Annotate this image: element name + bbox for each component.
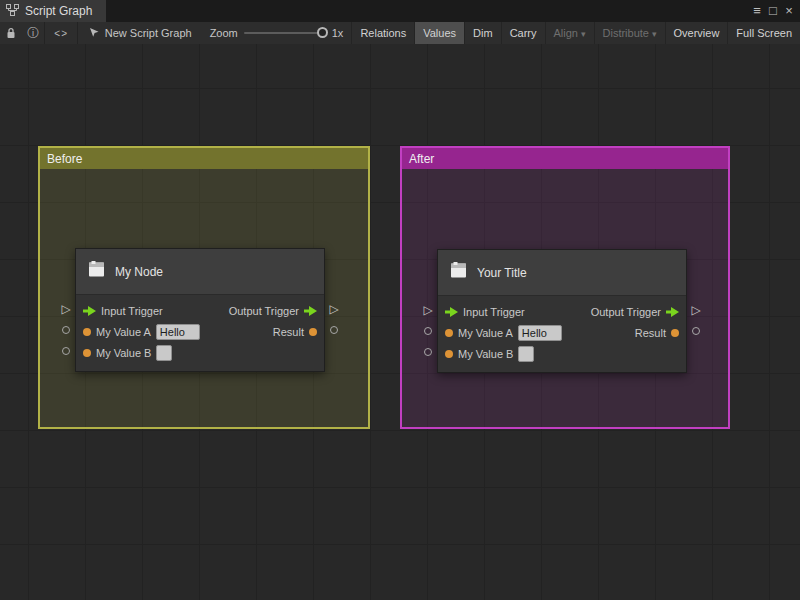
value-b-input[interactable] [518,346,534,362]
tab-script-graph[interactable]: Script Graph [0,0,106,22]
code-icon: <> [54,28,68,39]
value-b-row: My Value B [76,342,324,363]
node-your-title: ▷ Your Title [419,249,705,373]
external-output-ports: ▷ [687,249,705,373]
value-in-port[interactable] [445,329,453,337]
trigger-out-port[interactable] [304,306,317,316]
value-b-row: My Value B [438,343,686,364]
chevron-down-icon: ▾ [652,29,657,39]
node-body: Input Trigger Output Trigger My Valu [438,296,686,372]
port-label: My Value A [458,327,513,339]
value-in-port[interactable] [83,328,91,336]
value-ext-port[interactable] [424,348,432,356]
distribute-button[interactable]: Distribute ▾ [594,22,665,44]
align-button[interactable]: Align ▾ [545,22,594,44]
external-output-ports: ▷ [325,248,343,372]
value-a-input[interactable] [518,325,562,341]
port-label: My Value B [458,348,513,360]
dim-button[interactable]: Dim [464,22,501,44]
port-label: Result [635,327,666,339]
maximize-icon[interactable]: □ [765,0,781,22]
port-label: Input Trigger [101,305,163,317]
zoom-slider[interactable] [244,32,326,34]
value-a-row: My Value A Result [76,321,324,342]
trigger-in-port[interactable] [83,306,96,316]
value-out-port[interactable] [309,328,317,336]
node-title: My Node [115,265,163,279]
port-label: Output Trigger [591,306,661,318]
zoom-label: Zoom [210,27,238,39]
value-ext-port[interactable] [692,327,700,335]
trigger-ext-port[interactable]: ▷ [61,303,70,315]
chevron-down-icon: ▾ [581,29,586,39]
menu-icon[interactable]: ≡ [749,0,765,22]
zoom-value: 1x [332,27,344,39]
value-b-input[interactable] [156,345,172,361]
zoom-control: Zoom 1x [202,27,352,39]
lock-icon [5,27,17,39]
trigger-row: Input Trigger Output Trigger [438,301,686,322]
distribute-label: Distribute [603,27,649,39]
node-my-node: ▷ My Node [57,248,343,372]
relations-button[interactable]: Relations [351,22,414,44]
align-label: Align [554,27,578,39]
node-icon [449,261,468,284]
values-button[interactable]: Values [414,22,464,44]
script-graph-window: Script Graph ≡ □ × ⓘ <> [0,0,800,600]
group-before-header[interactable]: Before [40,148,368,169]
graph-tab-icon [6,2,19,20]
graph-name-label: New Script Graph [105,27,192,39]
value-a-row: My Value A Result [438,322,686,343]
node-header[interactable]: My Node [76,249,324,295]
group-after-header[interactable]: After [402,148,728,169]
port-label: Input Trigger [463,306,525,318]
graph-pointer-icon [88,26,100,40]
external-input-ports: ▷ [57,248,75,372]
carry-button[interactable]: Carry [501,22,545,44]
tab-bar: Script Graph ≡ □ × [0,0,800,22]
graph-toolbar: ⓘ <> New Script Graph Zoom 1x Relations … [0,22,800,45]
value-a-input[interactable] [156,324,200,340]
value-out-port[interactable] [671,329,679,337]
group-title: After [409,152,434,166]
value-in-port[interactable] [83,349,91,357]
trigger-in-port[interactable] [445,307,458,317]
node-title: Your Title [477,266,527,280]
info-button[interactable]: ⓘ [22,22,44,44]
window-controls: ≡ □ × [749,0,800,22]
trigger-ext-port[interactable]: ▷ [423,304,432,316]
tab-title: Script Graph [25,4,92,18]
graph-canvas[interactable]: Before After ▷ [0,44,800,600]
value-ext-port[interactable] [424,327,432,335]
toolbar-buttons: Relations Values Dim Carry Align ▾ Distr… [351,22,800,44]
graph-name-button[interactable]: New Script Graph [78,26,202,40]
node-header[interactable]: Your Title [438,250,686,296]
edit-source-button[interactable]: <> [45,22,77,44]
overview-button[interactable]: Overview [665,22,728,44]
value-in-port[interactable] [445,350,453,358]
info-icon: ⓘ [27,25,39,42]
trigger-row: Input Trigger Output Trigger [76,300,324,321]
close-icon[interactable]: × [781,0,797,22]
lock-button[interactable] [0,22,22,44]
value-ext-port[interactable] [62,326,70,334]
trigger-ext-port[interactable]: ▷ [691,304,700,316]
port-label: Output Trigger [229,305,299,317]
value-ext-port[interactable] [330,326,338,334]
group-title: Before [47,152,82,166]
fullscreen-button[interactable]: Full Screen [727,22,800,44]
port-label: My Value B [96,347,151,359]
node-icon [87,260,106,283]
zoom-slider-handle[interactable] [317,27,328,38]
value-ext-port[interactable] [62,347,70,355]
port-label: Result [273,326,304,338]
external-input-ports: ▷ [419,249,437,373]
trigger-out-port[interactable] [666,307,679,317]
node[interactable]: Your Title Input Trigger Output Trigger [437,249,687,373]
node[interactable]: My Node Input Trigger Output Trigger [75,248,325,372]
port-label: My Value A [96,326,151,338]
node-body: Input Trigger Output Trigger My Valu [76,295,324,371]
trigger-ext-port[interactable]: ▷ [329,303,338,315]
